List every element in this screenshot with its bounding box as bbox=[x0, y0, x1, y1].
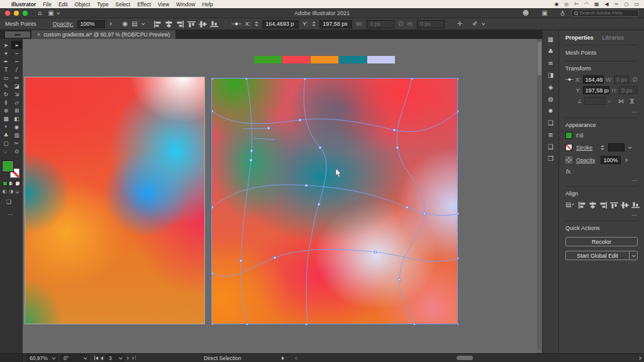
fill-swatch[interactable] bbox=[2, 160, 14, 172]
screen-mode-icon[interactable]: ❏ bbox=[6, 199, 22, 205]
airplay-status-icon[interactable]: ◠ bbox=[584, 1, 589, 7]
magic-wand-tool[interactable]: ✶ bbox=[1, 49, 11, 57]
menu-help[interactable]: Help bbox=[202, 1, 213, 8]
red-color-swatch[interactable] bbox=[282, 56, 310, 63]
camera-status-icon[interactable]: ◎ bbox=[564, 1, 569, 7]
layers-panel-icon[interactable]: ≣ bbox=[548, 132, 553, 138]
minimize-window-button[interactable] bbox=[14, 11, 19, 16]
shaper-tool[interactable]: ✎ bbox=[1, 82, 11, 90]
eyedropper-tool[interactable]: ⌖ bbox=[1, 123, 11, 131]
lavender-color-swatch[interactable] bbox=[367, 56, 395, 63]
paintbrush-tool[interactable]: ✏ bbox=[11, 74, 22, 82]
vertical-scrollbar[interactable] bbox=[537, 39, 542, 353]
column-graph-tool[interactable]: ▥ bbox=[11, 131, 22, 139]
start-global-edit-button[interactable]: Start Global Edit bbox=[565, 251, 629, 260]
transform-options-icon[interactable]: ✛ bbox=[457, 21, 462, 27]
tab-properties[interactable]: Properties bbox=[565, 35, 594, 41]
brushes-panel-icon[interactable]: ◍ bbox=[548, 96, 553, 102]
constrain-proportions-icon[interactable]: ∅ bbox=[632, 76, 638, 83]
align-more-options[interactable]: … bbox=[565, 211, 638, 217]
line-segment-tool[interactable]: / bbox=[11, 65, 22, 74]
selection-tool[interactable]: ➤ bbox=[1, 41, 11, 49]
spotlight-status-icon[interactable]: ○ bbox=[624, 1, 628, 7]
gradient-tool[interactable]: ◧ bbox=[11, 114, 22, 123]
recolor-button[interactable]: Recolor bbox=[565, 237, 638, 246]
vertical-align-middle-icon[interactable] bbox=[198, 19, 208, 28]
vertical-align-bottom-icon[interactable] bbox=[209, 19, 219, 28]
vertical-align-top-icon[interactable] bbox=[187, 19, 197, 28]
scale-tool[interactable]: ⇲ bbox=[11, 90, 22, 98]
draw-normal-icon[interactable]: ◐ bbox=[3, 189, 7, 194]
fill-color-swatch[interactable] bbox=[565, 132, 572, 139]
menu-type[interactable]: Type bbox=[97, 1, 108, 8]
menu-edit[interactable]: Edit bbox=[58, 1, 68, 8]
blend-tool[interactable]: ◉ bbox=[11, 123, 22, 131]
opacity-link[interactable]: Opacity: bbox=[53, 21, 74, 27]
next-artboard-button[interactable] bbox=[127, 356, 130, 360]
graphic-styles-panel-icon[interactable]: ❏ bbox=[548, 120, 553, 126]
align-to-selection-icon[interactable]: ▤ bbox=[565, 202, 571, 208]
document-tab[interactable]: × custom gradients.ai* @ 60,97 % (RGB/CP… bbox=[31, 30, 175, 39]
horizontal-scrollbar[interactable] bbox=[302, 354, 638, 362]
zoom-level-select[interactable]: 60,97% bbox=[26, 354, 58, 361]
toolbar-more-button[interactable]: … bbox=[8, 210, 22, 216]
battery-status-icon[interactable]: ▭ bbox=[634, 1, 639, 7]
transform-more-options[interactable]: … bbox=[565, 107, 638, 114]
swatches-panel-icon[interactable]: ▦ bbox=[548, 36, 553, 43]
align-to-selection-icon[interactable]: ▤ bbox=[131, 21, 137, 27]
type-tool[interactable]: T bbox=[1, 65, 11, 74]
status-back-icon[interactable] bbox=[295, 356, 299, 360]
teal-color-swatch[interactable] bbox=[339, 56, 367, 63]
opacity-value-box[interactable]: 100% bbox=[601, 156, 621, 164]
recolor-artwork-icon[interactable]: ◉ bbox=[123, 21, 128, 27]
color-mode-button[interactable] bbox=[3, 181, 8, 186]
appearance-panel-icon[interactable]: ✹ bbox=[548, 108, 553, 114]
vertical-align-bottom-icon[interactable] bbox=[630, 200, 640, 209]
scroll-right-icon[interactable] bbox=[638, 356, 641, 360]
workspace-chevron-icon[interactable] bbox=[57, 11, 60, 14]
menu-window[interactable]: Window bbox=[176, 1, 195, 8]
rotation-select[interactable]: 0° bbox=[60, 354, 89, 361]
horizontal-align-center-icon[interactable] bbox=[164, 19, 174, 28]
artboard-left-gradient[interactable] bbox=[25, 77, 204, 324]
volume-status-icon[interactable]: ◀ bbox=[605, 1, 609, 7]
draw-inside-icon[interactable]: ◒ bbox=[15, 189, 19, 194]
width-tool[interactable]: ≬ bbox=[1, 98, 11, 106]
reference-point-icon[interactable] bbox=[231, 21, 242, 26]
x-stepper[interactable] bbox=[254, 20, 258, 28]
lasso-tool[interactable]: ∽ bbox=[11, 49, 22, 57]
effects-button[interactable]: fx. bbox=[566, 168, 638, 175]
vertical-align-top-icon[interactable] bbox=[609, 200, 619, 209]
y-stepper[interactable] bbox=[311, 20, 316, 28]
export-panel-icon[interactable]: ❑ bbox=[548, 144, 553, 150]
stroke-label[interactable]: Stroke bbox=[576, 145, 592, 151]
angle-chevron-icon[interactable] bbox=[608, 99, 611, 102]
flip-vertical-icon[interactable]: ⋈ bbox=[629, 98, 635, 104]
rotate-tool[interactable]: ↻ bbox=[1, 90, 11, 98]
appearance-more-options[interactable]: … bbox=[565, 176, 638, 182]
account-icon[interactable]: ☻ bbox=[523, 10, 529, 16]
menu-file[interactable]: File bbox=[43, 1, 52, 8]
vertical-scroll-thumb[interactable] bbox=[538, 41, 541, 75]
menu-object[interactable]: Object bbox=[75, 1, 91, 8]
horizontal-align-center-icon[interactable] bbox=[587, 200, 597, 209]
y-input[interactable]: 197,58 px bbox=[583, 86, 609, 94]
zoom-tool[interactable]: ⊙ bbox=[11, 147, 22, 155]
x-value-box[interactable]: 164,4693 p bbox=[262, 20, 299, 28]
status-expand-icon[interactable] bbox=[282, 356, 284, 360]
horizontal-align-right-icon[interactable] bbox=[175, 19, 186, 28]
workspace-switcher-icon[interactable]: ▣ bbox=[48, 10, 53, 16]
stroke-panel-icon[interactable]: ≡ bbox=[548, 60, 553, 67]
pen-tool[interactable]: ✒ bbox=[1, 57, 11, 65]
record-status-icon[interactable]: ◉ bbox=[554, 1, 558, 7]
reference-point-icon[interactable] bbox=[565, 77, 574, 82]
arrange-documents-icon[interactable]: ▣ bbox=[541, 10, 547, 16]
artboards-panel-icon[interactable]: ❐ bbox=[548, 156, 553, 162]
horizontal-scroll-thumb[interactable] bbox=[457, 356, 473, 360]
symbols-panel-icon[interactable]: ♣ bbox=[548, 48, 553, 55]
lightbulb-icon[interactable]: ♀ bbox=[560, 10, 565, 16]
direct-selection-tool[interactable]: ➢ bbox=[11, 41, 22, 49]
menu-view[interactable]: View bbox=[158, 1, 169, 8]
canvas[interactable] bbox=[23, 39, 542, 353]
first-artboard-button[interactable] bbox=[94, 356, 98, 360]
